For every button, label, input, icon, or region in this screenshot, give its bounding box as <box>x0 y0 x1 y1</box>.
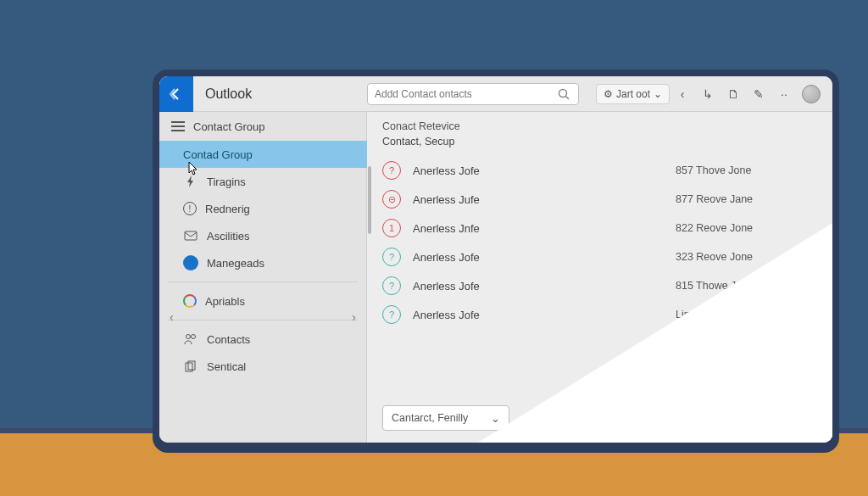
search-box[interactable] <box>367 83 579 105</box>
arrow-right-icon: → <box>810 359 826 379</box>
bolt-icon <box>183 174 198 189</box>
contact-name: Anerless Jofe <box>413 280 676 293</box>
search-icon[interactable] <box>558 88 578 100</box>
sidebar: Contact Group Contad Group Tiragins ! Re… <box>159 112 367 443</box>
app-header: Outlook ⚙ Jart oot ⌄ ‹ ↳ 🗋 ✎ ·· <box>159 76 832 112</box>
status-badge: 1 <box>382 219 401 237</box>
sort-gear-icon: ⚙ <box>604 88 613 100</box>
prev-icon[interactable]: ‹ <box>675 86 690 102</box>
sidebar-item-contacts[interactable]: Contacts <box>159 326 366 353</box>
svg-point-3 <box>186 335 191 339</box>
sidebar-item-label: Manegeads <box>207 257 264 270</box>
sidebar-item-tiragins[interactable]: Tiragins <box>159 168 366 195</box>
sidebar-item-rednerig[interactable]: ! Rednerig <box>159 195 366 222</box>
contact-info: 815 Thowe Jane <box>676 280 754 292</box>
header-toolbar: ‹ ↳ 🗋 ✎ ·· <box>675 85 821 103</box>
content-pane: Conact Retevice Contact, Secup ? Anerles… <box>367 112 832 443</box>
edit-label: Edit <box>713 358 745 380</box>
scrollbar[interactable] <box>367 112 372 443</box>
avatar-icon <box>183 255 198 270</box>
sidebar-item-sentical[interactable]: Sentical <box>159 353 366 380</box>
more-icon[interactable]: ·· <box>776 86 792 102</box>
sidebar-item-label: Ascilities <box>207 230 250 242</box>
sidebar-title: Contact Group <box>193 120 265 133</box>
status-badge: ? <box>382 305 401 324</box>
inbox-icon <box>183 228 198 243</box>
sidebar-item-label: Sentical <box>207 360 246 373</box>
people-icon <box>183 332 198 347</box>
contact-row[interactable]: 1 Anerless Jnfe 822 Reove Jone <box>367 214 832 242</box>
sidebar-item-label: Contacts <box>207 333 250 346</box>
sidebar-item-label: Tiragins <box>207 176 246 188</box>
sidebar-item-label: Contad Group <box>183 148 253 161</box>
svg-point-4 <box>192 335 196 339</box>
edit-icon[interactable]: ✎ <box>751 86 766 102</box>
chevron-down-icon: ⌄ <box>654 88 662 100</box>
svg-line-1 <box>566 96 570 99</box>
list-subheading: Contact, Secup <box>367 134 832 156</box>
contact-info: 877 Reove Jane <box>676 193 753 205</box>
sort-dropdown[interactable]: ⚙ Jart oot ⌄ <box>596 84 670 104</box>
sidebar-item-label: Apriabls <box>205 295 245 308</box>
status-badge: ? <box>382 248 401 266</box>
svg-rect-2 <box>185 231 197 240</box>
user-avatar[interactable] <box>802 85 821 103</box>
sidebar-divider <box>168 320 358 320</box>
contact-info: Lim <box>676 309 693 320</box>
breadcrumb: Conact Retevice <box>367 112 832 134</box>
contact-info: 857 Thove Jone <box>676 164 751 176</box>
apps-icon <box>183 294 197 308</box>
contact-info: 323 Reove Jone <box>676 251 753 263</box>
sidebar-item-ascilities[interactable]: Ascilities <box>159 222 366 249</box>
contact-row[interactable]: ? Anerless Jofe 815 Thowe Jane <box>367 271 832 300</box>
laptop-screen: Outlook ⚙ Jart oot ⌄ ‹ ↳ 🗋 ✎ ·· Contact … <box>153 70 839 449</box>
sidebar-item-contact-group[interactable]: Contad Group <box>159 141 366 168</box>
sidebar-item-apriabls[interactable]: Apriabls <box>159 287 366 315</box>
back-icon <box>169 86 184 102</box>
back-button[interactable] <box>159 76 193 112</box>
sidebar-item-manegeads[interactable]: Manegeads <box>159 249 366 276</box>
category-label: Cantarct, Fenilly <box>392 412 468 424</box>
search-input[interactable] <box>368 88 558 100</box>
chevron-down-icon: ⌄ <box>491 412 500 425</box>
sidebar-item-label: Rednerig <box>205 203 250 215</box>
contact-name: Anerless Jnfe <box>413 222 676 235</box>
status-badge: ? <box>382 276 401 295</box>
contact-row[interactable]: ? Anerless Jofe 323 Reove Jone <box>367 242 832 271</box>
contact-row[interactable]: ⊝ Anerless Jufe 877 Reove Jane <box>367 185 832 214</box>
status-badge: ⊝ <box>382 190 401 209</box>
sidebar-next[interactable]: › <box>352 310 356 324</box>
contact-name: Anerless Jofe <box>413 164 676 177</box>
alert-icon: ! <box>183 202 197 215</box>
app-title: Outlook <box>193 86 367 102</box>
contact-name: Anerless Jofe <box>413 251 676 264</box>
hamburger-icon[interactable] <box>171 121 185 131</box>
contact-name: Anerless Jufe <box>413 193 676 206</box>
reply-icon[interactable]: ↳ <box>700 86 715 102</box>
contact-name: Anerless Jofe <box>413 309 676 321</box>
sidebar-divider <box>168 281 358 282</box>
sidebar-header: Contact Group <box>159 112 366 141</box>
contact-row[interactable]: ? Anerless Jofe 857 Thove Jone <box>367 156 832 185</box>
contact-row[interactable]: ? Anerless Jofe Lim <box>367 300 832 329</box>
edit-callout[interactable]: Edit → <box>698 349 839 388</box>
category-dropdown[interactable]: Cantarct, Fenilly ⌄ <box>382 405 509 431</box>
status-badge: ? <box>382 161 401 180</box>
new-page-icon[interactable]: 🗋 <box>726 86 741 102</box>
sort-label: Jart oot <box>616 88 650 100</box>
copy-icon <box>183 359 198 374</box>
contact-info: 822 Reove Jone <box>676 222 753 234</box>
svg-point-0 <box>559 89 567 97</box>
scrollbar-thumb[interactable] <box>368 166 371 234</box>
